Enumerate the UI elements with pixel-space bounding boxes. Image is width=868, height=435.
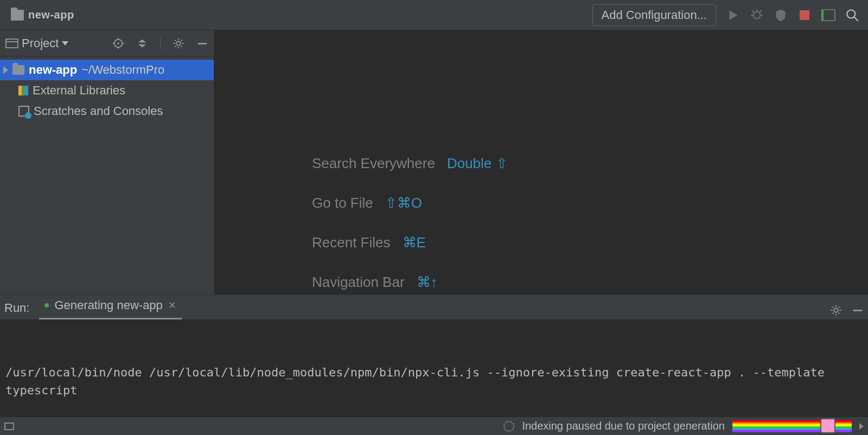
hint-label: Go to File (312, 195, 373, 212)
search-icon[interactable] (845, 8, 859, 22)
project-name: new-app (28, 9, 74, 21)
scratches-icon (18, 106, 29, 117)
console-line: /usr/local/bin/node /usr/local/lib/node_… (5, 363, 863, 399)
external-libraries-label: External Libraries (33, 84, 125, 98)
hint-recent-files: Recent Files ⌘E (312, 234, 508, 251)
hint-shortcut: ⇧⌘O (385, 195, 422, 212)
project-view-label: Project (22, 36, 59, 50)
tree-root-name: new-app (29, 63, 77, 77)
locate-icon[interactable] (112, 37, 124, 49)
svg-line-7 (854, 17, 858, 21)
project-tool-window: Project (0, 30, 214, 295)
svg-point-14 (176, 41, 180, 45)
tree-scratches[interactable]: Scratches and Consoles (0, 101, 214, 121)
expand-arrow-icon[interactable] (3, 66, 8, 74)
run-tab-label: Generating new-app (54, 298, 162, 312)
gear-icon[interactable] (173, 37, 184, 49)
svg-point-6 (847, 10, 855, 18)
svg-line-4 (752, 10, 754, 12)
chevron-down-icon (62, 41, 68, 46)
svg-point-9 (117, 42, 119, 44)
status-message: Indexing paused due to project generatio… (522, 420, 725, 432)
close-icon[interactable]: ✕ (168, 299, 176, 311)
run-tab[interactable]: Generating new-app ✕ (39, 294, 181, 319)
debug-icon[interactable] (750, 8, 764, 22)
svg-rect-15 (198, 43, 207, 44)
hide-icon[interactable] (852, 304, 864, 316)
hint-search-everywhere: Search Everywhere Double ⇧ (312, 155, 508, 172)
tree-external-libraries[interactable]: External Libraries (0, 80, 214, 101)
hint-navigation-bar: Navigation Bar ⌘↑ (312, 274, 508, 291)
run-panel-label: Run: (4, 301, 29, 319)
chevron-right-icon[interactable] (859, 423, 864, 430)
run-configurations-icon[interactable] (821, 8, 835, 22)
breadcrumb[interactable]: new-app (5, 9, 74, 21)
coverage-icon[interactable] (774, 8, 788, 22)
scratches-label: Scratches and Consoles (34, 104, 163, 118)
add-configuration-button[interactable]: Add Configuration... (592, 4, 716, 26)
editor-empty-state: Search Everywhere Double ⇧ Go to File ⇧⌘… (214, 30, 868, 295)
svg-point-16 (834, 308, 838, 312)
run-tool-window: Run: Generating new-app ✕ /usr/local/bin… (0, 295, 868, 417)
hint-shortcut: ⌘E (403, 234, 426, 251)
gear-icon[interactable] (830, 304, 842, 316)
top-toolbar: new-app Add Configuration... (0, 0, 868, 30)
project-tree[interactable]: new-app ~/WebstormPro External Libraries… (0, 56, 214, 121)
project-view-selector[interactable]: Project (5, 36, 68, 50)
tool-windows-toggle-icon[interactable] (4, 423, 14, 430)
hide-icon[interactable] (196, 37, 208, 49)
hint-shortcut: Double ⇧ (447, 155, 508, 172)
loading-spinner-icon (503, 421, 514, 432)
running-indicator-icon (44, 303, 49, 308)
progress-bar[interactable] (732, 420, 852, 432)
folder-icon (11, 10, 24, 21)
svg-line-5 (759, 10, 761, 12)
status-bar: Indexing paused due to project generatio… (0, 417, 868, 435)
run-icon[interactable] (726, 8, 740, 22)
folder-icon (12, 65, 24, 75)
project-tool-header: Project (0, 30, 214, 56)
hint-go-to-file: Go to File ⇧⌘O (312, 195, 508, 212)
hint-label: Navigation Bar (312, 274, 405, 291)
collapse-all-icon[interactable] (136, 37, 148, 49)
hint-label: Search Everywhere (312, 155, 435, 172)
svg-rect-17 (853, 310, 863, 311)
toolbar-right: Add Configuration... (592, 4, 863, 26)
tree-root-node[interactable]: new-app ~/WebstormPro (0, 60, 214, 80)
hint-label: Recent Files (312, 234, 391, 251)
nyan-cat-icon (820, 418, 835, 433)
stop-icon[interactable] (797, 8, 812, 22)
hint-shortcut: ⌘↑ (417, 274, 438, 291)
libraries-icon (18, 86, 28, 95)
project-view-icon (5, 39, 18, 48)
tree-root-path: ~/WebstormPro (81, 63, 164, 77)
divider (160, 37, 161, 50)
